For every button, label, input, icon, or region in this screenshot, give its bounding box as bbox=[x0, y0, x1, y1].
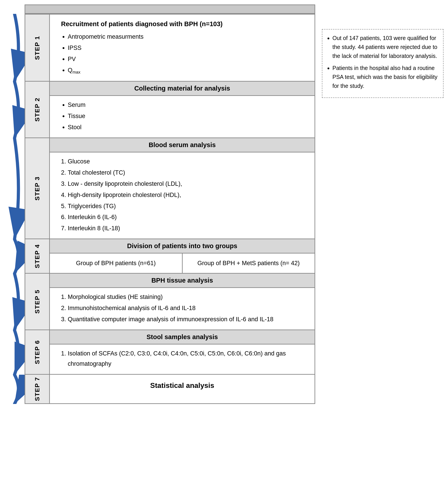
arrow-svg-1 bbox=[4, 81, 25, 138]
step-content-step5: BPH tissue analysisMorphological studies… bbox=[50, 274, 315, 329]
step-header-step4: Division of patients into two groups bbox=[50, 239, 315, 254]
statistical-analysis-title: Statistical analysis bbox=[50, 375, 315, 396]
step-label-text-step1: STEP 1 bbox=[34, 36, 41, 60]
step-label-text-step3: STEP 3 bbox=[34, 176, 41, 200]
step-content-step1: Recruitment of patients diagnosed with B… bbox=[50, 15, 315, 81]
step1-bullet: PV bbox=[68, 54, 308, 65]
step-content-step2: Collecting material for analysisSerumTis… bbox=[50, 81, 315, 137]
arrow-step2 bbox=[4, 81, 25, 138]
arrow-step7 bbox=[4, 375, 25, 404]
diagram-title bbox=[25, 5, 315, 14]
groups-row: Group of BPH patients (n=61)Group of BPH… bbox=[50, 254, 315, 273]
arrow-step5 bbox=[4, 274, 25, 330]
step-body-step1: Recruitment of patients diagnosed with B… bbox=[50, 15, 315, 81]
step-content-step7: Statistical analysis bbox=[50, 375, 315, 403]
arrow-step6 bbox=[4, 330, 25, 375]
numbered-item: Interleukin 6 (IL-6) bbox=[68, 212, 308, 222]
numbered-item: Interleukin 8 (IL-18) bbox=[68, 223, 308, 234]
step-label-step7: STEP 7 bbox=[25, 375, 50, 403]
steps-wrapper: STEP 1Recruitment of patients diagnosed … bbox=[4, 14, 315, 404]
step-body-step6: Isolation of SCFAs (C2:0, C3:0, C4:0i, C… bbox=[50, 344, 315, 374]
step-label-step4: STEP 4 bbox=[25, 239, 50, 273]
arrow-svg-3 bbox=[4, 239, 25, 274]
step-label-text-step4: STEP 4 bbox=[34, 244, 41, 268]
arrow-svg-6 bbox=[4, 375, 25, 404]
step-label-text-step5: STEP 5 bbox=[34, 290, 41, 314]
step-body-step2: SerumTissueStool bbox=[50, 96, 315, 137]
step-label-text-step6: STEP 6 bbox=[34, 340, 41, 364]
step-content-step4: Division of patients into two groupsGrou… bbox=[50, 239, 315, 273]
numbered-item: High-density lipoprotein cholesterol (HD… bbox=[68, 190, 308, 200]
step-label-step5: STEP 5 bbox=[25, 274, 50, 329]
numbered-item: Isolation of SCFAs (C2:0, C3:0, C4:0i, C… bbox=[68, 349, 308, 369]
step-body-step3: GlucoseTotal cholesterol (TC)Low - densi… bbox=[50, 152, 315, 239]
step-header-step5: BPH tissue analysis bbox=[50, 274, 315, 288]
step-label-step6: STEP 6 bbox=[25, 330, 50, 374]
step-header-step2: Collecting material for analysis bbox=[50, 81, 315, 96]
step-label-text-step2: STEP 2 bbox=[34, 97, 41, 122]
step-label-step1: STEP 1 bbox=[25, 15, 50, 81]
step-header-step3: Blood serum analysis bbox=[50, 138, 315, 152]
arrow-svg-0 bbox=[4, 14, 25, 81]
page-wrapper: STEP 1Recruitment of patients diagnosed … bbox=[4, 4, 444, 404]
arrow-step4 bbox=[4, 239, 25, 274]
step-label-step2: STEP 2 bbox=[25, 81, 50, 137]
numbered-item: Immunohistochemical analysis of IL-6 and… bbox=[68, 303, 308, 313]
arrow-svg-4 bbox=[4, 274, 25, 330]
bullet-item: Stool bbox=[68, 122, 308, 132]
numbered-item: Total cholesterol (TC) bbox=[68, 168, 308, 178]
arrow-svg-5 bbox=[4, 330, 25, 375]
step-content-step3: Blood serum analysisGlucoseTotal cholest… bbox=[50, 138, 315, 239]
step1-bullet: Antropometric measurments bbox=[68, 32, 308, 42]
numbered-item: Triglycerides (TG) bbox=[68, 201, 308, 211]
group-box-1: Group of BPH + MetS patients (n= 42) bbox=[183, 254, 315, 273]
step-header-step6: Stool samples analysis bbox=[50, 330, 315, 344]
step1-bullet: IPSS bbox=[68, 43, 308, 53]
side-note: Out of 147 patients, 103 were qualified … bbox=[322, 29, 444, 98]
numbered-item: Quantitative computer image analysis of … bbox=[68, 314, 308, 325]
numbered-item: Morphological studies (HE staining) bbox=[68, 292, 308, 302]
bullet-item: Serum bbox=[68, 100, 308, 110]
step-label-text-step7: STEP 7 bbox=[34, 377, 41, 401]
group-box-0: Group of BPH patients (n=61) bbox=[50, 254, 183, 273]
arrow-step1 bbox=[4, 14, 25, 81]
step1-main-title: Recruitment of patients diagnosed with B… bbox=[61, 18, 308, 30]
numbered-item: Glucose bbox=[68, 157, 308, 167]
side-note-item: Patients in the hospital also had a rout… bbox=[332, 64, 439, 90]
arrow-step3 bbox=[4, 138, 25, 239]
step-label-step3: STEP 3 bbox=[25, 138, 50, 239]
step-content-step6: Stool samples analysisIsolation of SCFAs… bbox=[50, 330, 315, 374]
numbered-item: Low - density lipoprotein cholesterol (L… bbox=[68, 179, 308, 189]
step1-bullet: Qmax bbox=[68, 65, 308, 76]
arrow-svg-2 bbox=[4, 138, 25, 239]
side-note-item: Out of 147 patients, 103 were qualified … bbox=[332, 33, 439, 60]
bullet-item: Tissue bbox=[68, 111, 308, 121]
step-body-step5: Morphological studies (HE staining)Immun… bbox=[50, 288, 315, 329]
